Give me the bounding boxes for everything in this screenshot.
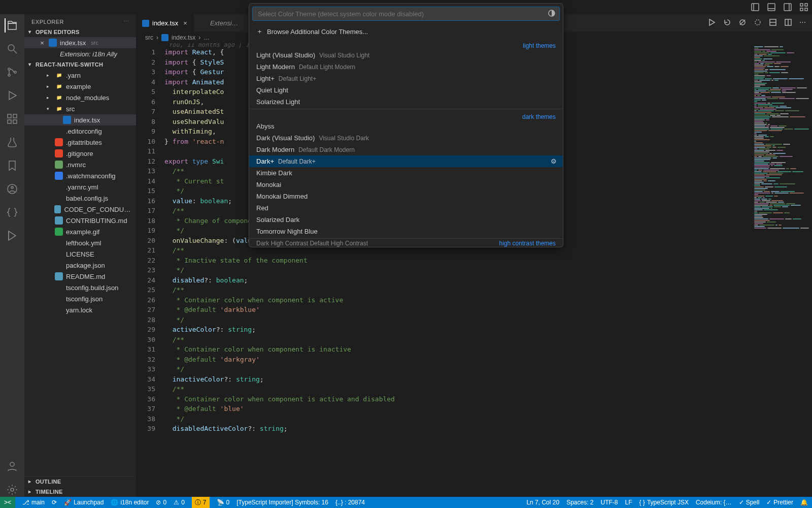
- file-item[interactable]: index.tsx: [24, 114, 136, 125]
- file-item[interactable]: CONTRIBUTING.md: [24, 215, 136, 226]
- project-section[interactable]: REACT-NATIVE-SWITCH: [24, 59, 136, 70]
- file-item[interactable]: babel.config.js: [24, 193, 136, 204]
- close-icon[interactable]: ×: [39, 39, 46, 47]
- theme-item[interactable]: Solarized Dark: [249, 214, 563, 226]
- status-braces[interactable]: {..} : 20874: [335, 499, 365, 506]
- breadcrumb-item[interactable]: index.tsx: [172, 34, 195, 41]
- customize-layout-icon[interactable]: [800, 3, 808, 11]
- json-icon[interactable]: [5, 205, 19, 219]
- theme-item[interactable]: Dark+Default Dark+⚙: [249, 155, 563, 167]
- file-item[interactable]: tsconfig.json: [24, 293, 136, 304]
- file-item[interactable]: README.md: [24, 271, 136, 282]
- status-codeium[interactable]: Codeium: {…: [696, 499, 732, 506]
- status-tssymbols[interactable]: [TypeScript Importer] Symbols: 16: [236, 499, 328, 506]
- open-editors-section[interactable]: OPEN EDITORS: [24, 27, 136, 37]
- theme-item[interactable]: Tomorrow Night Blue: [249, 226, 563, 237]
- status-i18n[interactable]: 🌐i18n editor: [111, 499, 149, 506]
- layout-secondary-icon[interactable]: [784, 3, 792, 11]
- run-debug-icon[interactable]: [5, 88, 19, 103]
- compare-icon[interactable]: [738, 18, 747, 28]
- file-item[interactable]: yarn.lock: [24, 304, 136, 315]
- test-icon[interactable]: [5, 135, 19, 149]
- layout-primary-icon[interactable]: [751, 3, 759, 11]
- minimap[interactable]: [751, 43, 812, 497]
- status-cursor[interactable]: Ln 7, Col 20: [526, 499, 559, 506]
- theme-item[interactable]: Solarized Light: [249, 96, 563, 108]
- status-prettier[interactable]: ✓Prettier: [766, 499, 793, 506]
- split-down-icon[interactable]: [769, 18, 777, 28]
- status-bell[interactable]: 🔔: [800, 499, 808, 506]
- layout-panel-icon[interactable]: [767, 3, 775, 11]
- file-item[interactable]: CODE_OF_CONDUCT.md: [24, 204, 136, 215]
- status-sync[interactable]: ⟳: [52, 499, 57, 506]
- status-spell[interactable]: ✓Spell: [739, 499, 760, 506]
- bookmarks-icon[interactable]: [5, 158, 19, 173]
- file-item[interactable]: LICENSE: [24, 248, 136, 260]
- status-errors[interactable]: ⊘0: [156, 499, 166, 506]
- status-spaces[interactable]: Spaces: 2: [566, 499, 593, 506]
- theme-search-input[interactable]: [252, 7, 560, 21]
- folder-item[interactable]: ▸📁.yarn: [24, 70, 136, 81]
- browse-themes-button[interactable]: ＋ Browse Additional Color Themes...: [249, 24, 563, 39]
- status-info[interactable]: ⓘ7: [192, 497, 210, 508]
- account-icon[interactable]: [5, 459, 19, 473]
- theme-item[interactable]: Abyss: [249, 120, 563, 132]
- status-branch[interactable]: ⎇main: [22, 499, 45, 506]
- status-lang[interactable]: { }TypeScript JSX: [639, 499, 689, 506]
- editor-tab[interactable]: index.tsx×: [136, 14, 194, 32]
- theme-item[interactable]: Dark ModernDefault Dark Modern: [249, 144, 563, 155]
- status-ports[interactable]: 📡0: [217, 499, 230, 506]
- outline-section[interactable]: OUTLINE: [24, 477, 136, 487]
- file-item[interactable]: lefthook.yml: [24, 237, 136, 248]
- theme-item[interactable]: Monokai Dimmed: [249, 190, 563, 202]
- theme-item[interactable]: Dark (Visual Studio)Visual Studio Dark: [249, 132, 563, 144]
- folder-item[interactable]: ▸📁example: [24, 81, 136, 92]
- debug-alt-icon[interactable]: [5, 229, 19, 243]
- theme-item[interactable]: Light ModernDefault Light Modern: [249, 61, 563, 73]
- theme-item[interactable]: Monokai: [249, 179, 563, 190]
- open-editor-item[interactable]: Extension: i18n Ally: [24, 48, 136, 59]
- breadcrumb-item[interactable]: src: [145, 34, 153, 41]
- file-item[interactable]: package.json: [24, 260, 136, 271]
- search-icon[interactable]: [5, 42, 19, 56]
- file-item[interactable]: .gitattributes: [24, 137, 136, 148]
- file-item[interactable]: .watchmanconfig: [24, 170, 136, 181]
- file-item[interactable]: .nvmrc: [24, 159, 136, 170]
- theme-item[interactable]: Quiet Light: [249, 84, 563, 96]
- diff-icon[interactable]: [754, 18, 762, 28]
- folder-item[interactable]: ▾📁src: [24, 103, 136, 114]
- status-warnings[interactable]: ⚠0: [174, 499, 185, 506]
- folder-item[interactable]: ▸📁node_modules: [24, 92, 136, 103]
- extensions-icon[interactable]: [5, 112, 19, 126]
- gear-icon[interactable]: ⚙: [551, 157, 557, 165]
- timeline-section[interactable]: TIMELINE: [24, 487, 136, 497]
- close-tab-icon[interactable]: ×: [183, 19, 187, 27]
- explorer-icon[interactable]: [5, 18, 19, 33]
- file-item[interactable]: tsconfig.build.json: [24, 282, 136, 293]
- status-launchpad[interactable]: 🚀Launchpad: [64, 499, 104, 506]
- history-icon[interactable]: [723, 18, 731, 28]
- open-editor-item[interactable]: ×index.tsxsrc: [24, 37, 136, 48]
- file-item[interactable]: .gitignore: [24, 148, 136, 159]
- file-tree[interactable]: ▸📁.yarn▸📁example▸📁node_modules▾📁srcindex…: [24, 70, 136, 476]
- more-icon[interactable]: ⋯: [799, 18, 806, 28]
- split-icon[interactable]: [784, 18, 792, 28]
- run-icon[interactable]: [708, 18, 716, 28]
- breadcrumb-item[interactable]: …: [204, 34, 210, 41]
- status-eol[interactable]: LF: [625, 499, 632, 506]
- file-item[interactable]: .editorconfig: [24, 125, 136, 137]
- file-item[interactable]: .yarnrc.yml: [24, 181, 136, 193]
- editor-tab[interactable]: Extensi…: [194, 14, 245, 32]
- theme-item[interactable]: Kimbie Dark: [249, 167, 563, 179]
- theme-item-label[interactable]: Dark High Contrast: [256, 240, 308, 247]
- explorer-more-icon[interactable]: ⋯: [123, 18, 129, 25]
- theme-mode-icon[interactable]: [548, 9, 556, 17]
- theme-item[interactable]: Light+Default Light+: [249, 73, 563, 84]
- settings-icon[interactable]: [5, 483, 19, 497]
- theme-item[interactable]: Red: [249, 202, 563, 214]
- file-item[interactable]: example.gif: [24, 226, 136, 237]
- status-enc[interactable]: UTF-8: [601, 499, 618, 506]
- status-remote[interactable]: ><: [0, 497, 15, 508]
- scm-icon[interactable]: [5, 65, 19, 79]
- theme-item[interactable]: Light (Visual Studio)Visual Studio Light: [249, 49, 563, 61]
